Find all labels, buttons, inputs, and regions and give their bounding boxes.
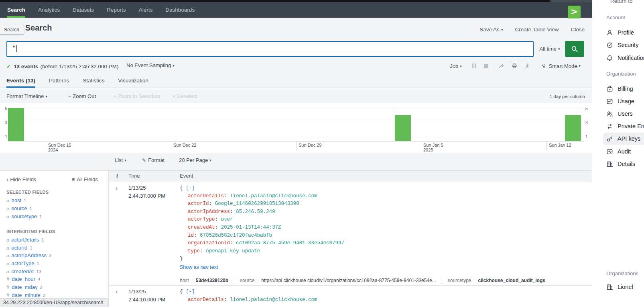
field-link[interactable]: actorIpAddress bbox=[12, 252, 47, 258]
event-date: 1/13/25 bbox=[128, 185, 146, 191]
json-value[interactable]: 85.246.59.249 bbox=[236, 209, 275, 215]
expand-event-icon[interactable]: › bbox=[116, 288, 118, 295]
list-view-dropdown[interactable]: List▾ bbox=[115, 157, 126, 163]
zoom-out-button[interactable]: − Zoom Out bbox=[68, 93, 96, 99]
json-key[interactable]: actorDetails bbox=[188, 297, 224, 303]
json-value[interactable]: Google_114602629918513043390 bbox=[215, 201, 299, 207]
nav-item-dashboards[interactable]: Dashboards bbox=[165, 2, 195, 18]
nav-item-alerts[interactable]: Alerts bbox=[139, 2, 153, 18]
per-page-dropdown[interactable]: 20 Per Page▾ bbox=[179, 157, 211, 163]
nav-item-reports[interactable]: Reports bbox=[107, 2, 126, 18]
field-link[interactable]: actorDetails bbox=[12, 237, 39, 243]
field-link[interactable]: actorId bbox=[12, 245, 28, 251]
field-count: 1 bbox=[39, 214, 42, 219]
meta-value-host[interactable]: 53de4339120b bbox=[196, 278, 228, 283]
json-key[interactable]: actorType bbox=[188, 217, 215, 222]
field-date_mday: #date_mday2 bbox=[6, 284, 43, 291]
json-collapse-toggle[interactable]: [-] bbox=[186, 185, 195, 191]
event-sampling-dropdown[interactable]: No Event Sampling▾ bbox=[126, 62, 175, 68]
job-controls: Job▾ Smart Mode▾ bbox=[450, 60, 581, 72]
field-link[interactable]: actorType bbox=[12, 260, 35, 266]
json-value[interactable]: cc1092aa-8775-459e-9401-33e54ec07997 bbox=[236, 240, 344, 246]
event-json: { [-] actorDetails: lionel.palacin@click… bbox=[180, 288, 587, 304]
field-link[interactable]: host bbox=[12, 197, 22, 203]
event-column-header: Event bbox=[180, 173, 193, 179]
splunk-logo-icon[interactable]: > bbox=[568, 6, 581, 18]
time-range-picker[interactable]: All time▾ bbox=[535, 41, 564, 57]
json-value[interactable]: lionel.palacin@clickhouse.com bbox=[230, 297, 317, 303]
timeline-bar[interactable] bbox=[565, 115, 581, 141]
close-button[interactable]: Close bbox=[571, 27, 585, 33]
json-collapse-toggle[interactable]: [-] bbox=[186, 289, 195, 295]
json-value[interactable]: lionel.palacin@clickhouse.com bbox=[230, 193, 317, 199]
menu-item-billing[interactable]: Billing bbox=[603, 83, 644, 95]
field-count: 1 bbox=[24, 198, 26, 203]
show-raw-text-link[interactable]: Show as raw text bbox=[180, 264, 218, 272]
wallet-icon bbox=[606, 86, 613, 92]
menu-item-audit[interactable]: Audit bbox=[603, 145, 644, 158]
json-key[interactable]: type bbox=[188, 248, 200, 254]
json-key[interactable]: createdAt bbox=[188, 225, 215, 230]
field-link[interactable]: date_hour bbox=[12, 276, 35, 282]
search-submit-button[interactable] bbox=[565, 41, 584, 57]
format-results-button[interactable]: ✎Format bbox=[142, 157, 165, 163]
save-as-button[interactable]: Save As▾ bbox=[479, 27, 503, 33]
export-icon[interactable] bbox=[524, 63, 530, 69]
field-link[interactable]: createdAt bbox=[12, 268, 34, 274]
splunk-main: Search Analytics Datasets Reports Alerts… bbox=[0, 0, 592, 307]
nav-item-analytics[interactable]: Analytics bbox=[38, 2, 60, 18]
format-timeline-dropdown[interactable]: Format Timeline▾ bbox=[6, 93, 47, 99]
json-key[interactable]: organizationId bbox=[188, 240, 230, 246]
json-key[interactable]: actorId bbox=[188, 201, 209, 207]
search-mode-dropdown[interactable]: Smart Mode▾ bbox=[541, 63, 581, 69]
field-count: 1 bbox=[41, 237, 44, 242]
menu-item-organization-lionel[interactable]: Lionel bbox=[603, 281, 644, 293]
menu-item-usage[interactable]: Usage bbox=[603, 95, 644, 107]
json-key[interactable]: id bbox=[188, 233, 194, 238]
field-link[interactable]: date_mday bbox=[12, 284, 37, 290]
deselect-button[interactable]: × Deselect bbox=[173, 93, 197, 99]
field-date_hour: #date_hour4 bbox=[6, 276, 40, 283]
meta-value-sourcetype[interactable]: clickhouse_cloud_audit_logs bbox=[478, 278, 545, 283]
zoom-to-selection-button[interactable]: + Zoom to Selection bbox=[114, 93, 160, 99]
meta-value-source[interactable]: https://api.clickhouse.cloud/v1/organiza… bbox=[261, 278, 436, 283]
tab-patterns[interactable]: Patterns bbox=[49, 75, 69, 88]
create-table-view-button[interactable]: Create Table View bbox=[515, 27, 559, 33]
json-value[interactable]: openapi_key_update bbox=[206, 248, 260, 254]
share-icon[interactable] bbox=[499, 63, 504, 69]
events-table-header: i Time Event bbox=[109, 171, 592, 182]
menu-item-private-endpoints[interactable]: Private Endpoints bbox=[603, 120, 644, 132]
nav-item-search[interactable]: Search bbox=[7, 2, 25, 18]
field-link[interactable]: date_minute bbox=[12, 292, 41, 298]
print-icon[interactable] bbox=[512, 63, 517, 69]
menu-item-api-keys[interactable]: API keys bbox=[603, 133, 644, 145]
tab-statistics[interactable]: Statistics bbox=[83, 75, 104, 88]
json-key[interactable]: actorIpAddress bbox=[188, 209, 230, 215]
field-type-icon: a bbox=[6, 213, 9, 219]
search-input[interactable]: * bbox=[6, 41, 534, 57]
field-link[interactable]: sourcetype bbox=[12, 213, 37, 219]
menu-item-profile[interactable]: Profile bbox=[603, 27, 644, 39]
menu-item-users[interactable]: Users bbox=[603, 108, 644, 120]
menu-item-notifications[interactable]: Notifications bbox=[603, 52, 644, 64]
field-link[interactable]: source bbox=[12, 205, 27, 211]
json-value[interactable]: 678526d582c1f20fac4babfb bbox=[200, 233, 272, 238]
tab-visualization[interactable]: Visualization bbox=[118, 75, 148, 88]
nav-item-datasets[interactable]: Datasets bbox=[73, 2, 94, 18]
timeline-bar[interactable] bbox=[395, 115, 411, 141]
json-value[interactable]: 2025-01-13T14:44:37Z bbox=[221, 225, 281, 230]
tab-events[interactable]: Events (13) bbox=[6, 75, 35, 88]
timeline-bar[interactable] bbox=[8, 108, 24, 141]
hide-fields-button[interactable]: ‹Hide Fields bbox=[6, 176, 36, 182]
expand-event-icon[interactable]: › bbox=[116, 184, 118, 191]
menu-item-security[interactable]: Security bbox=[603, 39, 644, 51]
json-key[interactable]: actorDetails bbox=[188, 193, 224, 199]
pause-button[interactable] bbox=[472, 63, 476, 68]
job-menu[interactable]: Job▾ bbox=[450, 63, 462, 69]
json-value[interactable]: user bbox=[221, 217, 233, 222]
all-fields-button[interactable]: ≡All Fields bbox=[72, 176, 98, 182]
menu-item-details[interactable]: Details bbox=[603, 158, 644, 170]
return-to-link[interactable]: Return to bbox=[610, 0, 633, 4]
stop-button[interactable] bbox=[484, 64, 488, 68]
fields-sidebar: ‹Hide Fields ≡All Fields SELECTED FIELDS… bbox=[0, 170, 109, 307]
